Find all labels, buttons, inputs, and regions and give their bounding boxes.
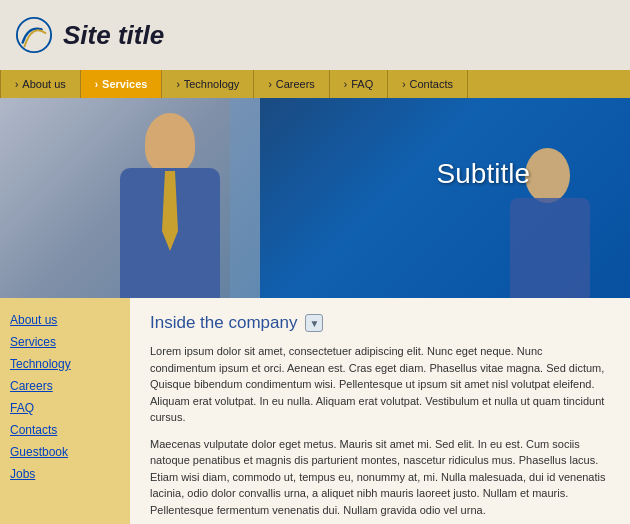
nav-arrow: › [95,79,98,90]
page-wrapper: Site title › About us › Services › Techn… [0,0,630,524]
main-content: Inside the company ▼ Lorem ipsum dolor s… [130,298,630,524]
svg-point-0 [17,18,51,52]
person-figure [100,103,240,298]
nav-item-services[interactable]: › Services [81,70,163,98]
content-body: Lorem ipsum dolor sit amet, consectetuer… [150,343,610,524]
nav-arrow: › [176,79,179,90]
sidebar-link-careers[interactable]: Careers [10,379,120,393]
nav-item-technology[interactable]: › Technology [162,70,254,98]
nav-item-contacts[interactable]: › Contacts [388,70,468,98]
site-title: Site title [63,20,164,51]
nav-item-faq[interactable]: › FAQ [330,70,388,98]
person-body-right [510,198,590,298]
sidebar-link-technology[interactable]: Technology [10,357,120,371]
nav-label: FAQ [351,78,373,90]
sidebar-link-jobs[interactable]: Jobs [10,467,120,481]
nav-item-about[interactable]: › About us [0,70,81,98]
nav-arrow: › [344,79,347,90]
nav-label: About us [22,78,65,90]
nav-label: Careers [276,78,315,90]
content-section-title: Inside the company [150,313,297,333]
hero-banner: Subtitle [0,98,630,298]
nav-item-careers[interactable]: › Careers [254,70,329,98]
nav-label: Contacts [410,78,453,90]
nav-bar: › About us › Services › Technology › Car… [0,70,630,98]
nav-arrow: › [15,79,18,90]
nav-label: Technology [184,78,240,90]
nav-label: Services [102,78,147,90]
hero-person-left [80,103,260,298]
hero-subtitle: Subtitle [437,158,530,190]
content-paragraph-1: Lorem ipsum dolor sit amet, consectetuer… [150,343,610,426]
sidebar-link-guestbook[interactable]: Guestbook [10,445,120,459]
person-head-right [525,148,570,203]
nav-arrow: › [402,79,405,90]
content-area: About us Services Technology Careers FAQ… [0,298,630,524]
site-logo-icon [15,16,53,54]
sidebar-link-faq[interactable]: FAQ [10,401,120,415]
person-head [145,113,195,173]
sidebar-link-about[interactable]: About us [10,313,120,327]
header: Site title [0,0,630,70]
content-paragraph-2: Maecenas vulputate dolor eget metus. Mau… [150,436,610,519]
sidebar: About us Services Technology Careers FAQ… [0,298,130,524]
content-title-row: Inside the company ▼ [150,313,610,333]
sidebar-link-services[interactable]: Services [10,335,120,349]
sidebar-link-contacts[interactable]: Contacts [10,423,120,437]
expand-button[interactable]: ▼ [305,314,323,332]
nav-arrow: › [268,79,271,90]
